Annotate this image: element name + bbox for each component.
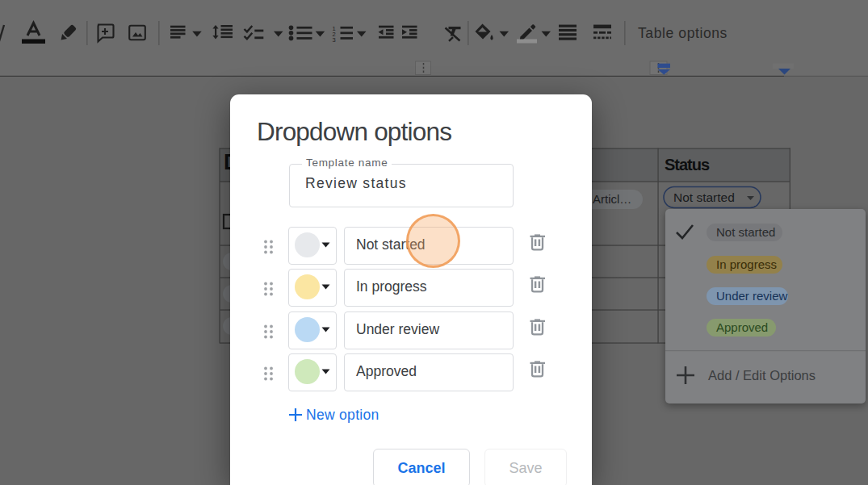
svg-text:Status: Status: [665, 156, 710, 174]
svg-text:Articl…: Articl…: [593, 192, 631, 206]
svg-text:Under review: Under review: [716, 289, 788, 303]
svg-text:Not started: Not started: [673, 190, 735, 204]
svg-text:Approved: Approved: [716, 320, 768, 334]
svg-text:Add / Edit Options: Add / Edit Options: [708, 368, 816, 383]
svg-text:Not started: Not started: [716, 225, 775, 239]
svg-text:3: 3: [333, 36, 336, 44]
svg-text:Table options: Table options: [638, 25, 728, 41]
svg-text:In progress: In progress: [716, 257, 777, 271]
